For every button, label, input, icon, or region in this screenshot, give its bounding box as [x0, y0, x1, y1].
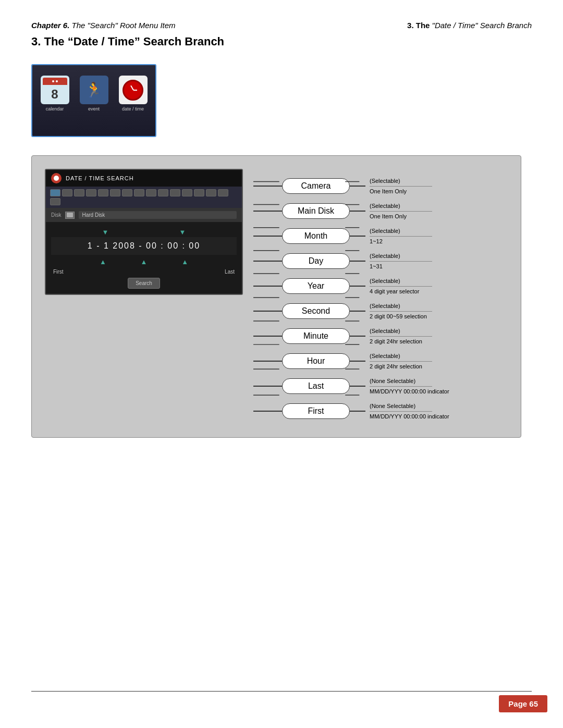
label-box-5: Second	[282, 303, 350, 319]
label-row-6: Minute(Selectable)2 digit 24hr selection	[253, 324, 508, 348]
section-heading: 3. The “Date / Time” Search Branch	[31, 35, 532, 48]
arrow-top-2: ▼	[179, 228, 186, 236]
page-container: Chapter 6. The "Search" Root Menu Item 3…	[0, 0, 563, 728]
info-box-1: (Selectable)One Item Only	[370, 202, 432, 220]
info-divider-3	[370, 261, 432, 262]
timeline-section: ▼ ▼ 1 - 1 2008 - 00 : 00 : 00 ▲ ▲ ▲ Firs…	[46, 222, 242, 294]
dvr-logo-icon	[51, 173, 62, 183]
search-button[interactable]: Search	[128, 278, 160, 289]
label-box-8: Last	[282, 378, 350, 394]
arrow-bottom-1: ▲	[100, 258, 106, 266]
label-row-9: First(None Selectable)MM/DD/YYY 00:00:00…	[253, 399, 508, 423]
label-box-1: Main Disk	[282, 203, 350, 219]
right-connector-6	[350, 336, 365, 337]
cam-btn-9	[146, 189, 156, 196]
page-number: Page 65	[499, 695, 547, 712]
calendar-top	[43, 78, 67, 85]
icon-item-datetime: date / time	[119, 76, 148, 112]
info-box-0: (Selectable)One Item Only	[370, 177, 432, 195]
calendar-icon-box: 8	[41, 76, 69, 104]
arrow-row-top: ▼ ▼	[51, 227, 237, 237]
info-divider-2	[370, 236, 432, 237]
left-connector-7	[253, 361, 282, 362]
arrow-bottom-2: ▲	[141, 258, 148, 266]
right-connector-4	[350, 286, 365, 287]
event-label: event	[88, 106, 100, 112]
disk-name: Hard Disk	[79, 211, 237, 219]
label-box-7: Hour	[282, 353, 350, 369]
label-row-4: Year(Selectable)4 digit year selector	[253, 274, 508, 298]
left-connector-1	[253, 211, 282, 212]
info-bottom-3: 1~31	[370, 263, 432, 270]
info-top-5: (Selectable)	[370, 302, 432, 310]
cam-btn-8	[134, 189, 144, 196]
label-row-7: Hour(Selectable)2 digit 24hr selection	[253, 349, 508, 373]
info-box-6: (Selectable)2 digit 24hr selection	[370, 327, 432, 345]
right-connector-1	[350, 211, 365, 212]
right-connector-7	[350, 361, 365, 362]
cam-btn-1	[50, 189, 60, 196]
label-box-0: Camera	[282, 178, 350, 194]
dvr-panel: DATE / TIME SEARCH	[45, 169, 243, 424]
label-rows-container: Camera(Selectable)One Item OnlyMain Disk…	[253, 174, 508, 424]
icons-row: 8 calendar 🏃 event	[41, 76, 148, 112]
info-divider-8	[370, 386, 432, 387]
first-label: First	[53, 269, 63, 275]
info-bottom-7: 2 digit 24hr selection	[370, 363, 432, 370]
labels-panel: Camera(Selectable)One Item OnlyMain Disk…	[253, 169, 508, 424]
info-divider-6	[370, 336, 432, 337]
dvr-title: DATE / TIME SEARCH	[66, 175, 134, 181]
chapter-bold: The "Search" Root Menu Item	[69, 21, 175, 30]
info-top-1: (Selectable)	[370, 202, 432, 209]
info-bottom-9: MM/DD/YYY 00:00:00 indicator	[370, 413, 449, 420]
date-display: 1 - 1 2008 - 00 : 00 : 00	[51, 237, 237, 255]
left-connector-0	[253, 186, 282, 187]
last-label: Last	[225, 269, 235, 275]
info-top-6: (Selectable)	[370, 327, 432, 335]
info-divider-0	[370, 186, 432, 187]
diagram-container: DATE / TIME SEARCH	[31, 155, 521, 438]
arrow-bottom-3: ▲	[181, 258, 188, 266]
info-bottom-6: 2 digit 24hr selection	[370, 338, 432, 345]
search-btn-row: Search	[51, 278, 237, 289]
left-connector-8	[253, 386, 282, 387]
chapter-italic: Chapter 6.	[31, 21, 69, 30]
cam-btn-13	[194, 189, 204, 196]
right-connector-8	[350, 386, 365, 387]
info-top-8: (None Selectable)	[370, 377, 449, 385]
cam-btn-11	[170, 189, 180, 196]
info-box-4: (Selectable)4 digit year selector	[370, 277, 432, 295]
info-divider-9	[370, 411, 432, 412]
label-row-8: Last(None Selectable)MM/DD/YYY 00:00:00 …	[253, 374, 508, 398]
arrow-top-1: ▼	[102, 228, 109, 236]
datetime-icon-box	[119, 76, 148, 104]
label-row-2: Month(Selectable)1~12	[253, 224, 508, 248]
info-bottom-4: 4 digit year selector	[370, 288, 432, 295]
label-box-3: Day	[282, 253, 350, 269]
info-divider-5	[370, 311, 432, 312]
cam-btn-7	[122, 189, 132, 196]
info-box-3: (Selectable)1~31	[370, 252, 432, 270]
left-connector-6	[253, 336, 282, 337]
left-connector-9	[253, 411, 282, 412]
info-top-7: (Selectable)	[370, 352, 432, 360]
camera-strip	[46, 187, 242, 208]
bottom-rule	[31, 691, 532, 692]
cam-btn-12	[182, 189, 192, 196]
cam-btn-16	[50, 198, 60, 205]
disk-icon	[65, 212, 75, 219]
cam-btn-15	[218, 189, 228, 196]
info-bottom-0: One Item Only	[370, 188, 432, 195]
running-figure-icon: 🏃	[85, 81, 103, 98]
label-row-5: Second(Selectable)2 digit 00~59 selectio…	[253, 299, 508, 323]
label-box-6: Minute	[282, 328, 350, 344]
cam-btn-6	[110, 189, 120, 196]
info-top-9: (None Selectable)	[370, 402, 449, 410]
cam-btn-5	[98, 189, 108, 196]
cam-btn-14	[206, 189, 216, 196]
left-connector-2	[253, 236, 282, 237]
screenshot-inner: 8 calendar 🏃 event	[32, 65, 155, 136]
label-box-4: Year	[282, 278, 350, 294]
top-screenshot: 8 calendar 🏃 event	[31, 64, 156, 137]
section-title-right: 3. The "Date / Time" Search Branch	[407, 21, 532, 30]
